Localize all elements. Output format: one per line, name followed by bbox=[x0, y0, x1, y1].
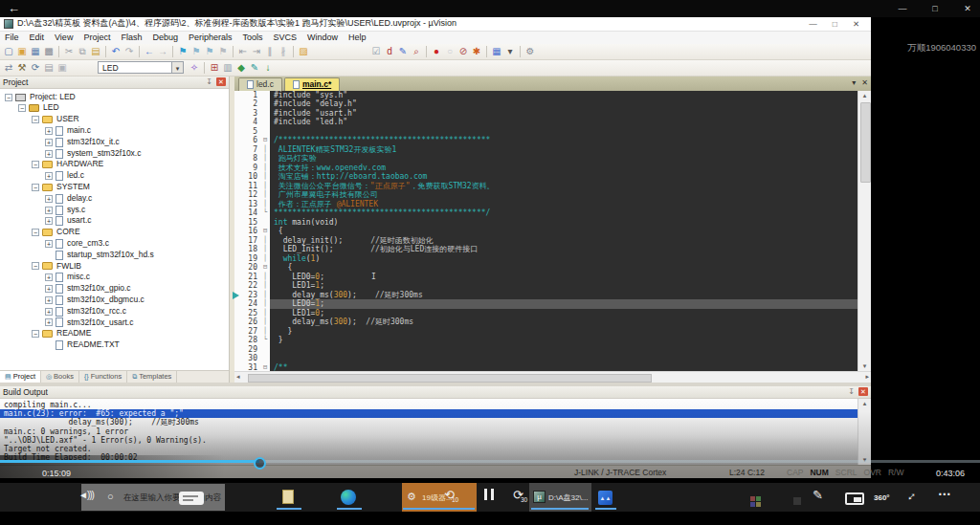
collapse-icon[interactable]: − bbox=[32, 116, 39, 123]
menu-view[interactable]: View bbox=[55, 33, 73, 42]
build-output-line[interactable]: main.c: 0 warnings, 1 error bbox=[0, 427, 858, 436]
scrollbar-thumb[interactable] bbox=[860, 102, 871, 183]
comment-icon[interactable]: ∥ bbox=[263, 45, 277, 58]
tree-item-stm32f10x_dbgmcu.c[interactable]: +stm32f10x_dbgmcu.c bbox=[0, 295, 229, 306]
code-line-22[interactable]: 22│ LED1=1; bbox=[234, 281, 858, 291]
menu-help[interactable]: Help bbox=[348, 33, 367, 42]
code-line-19[interactable]: 19│ while(1) bbox=[234, 254, 858, 264]
tree-item-led.c[interactable]: +led.c bbox=[0, 170, 229, 182]
fold-collapse-icon[interactable]: ⊟ bbox=[260, 227, 270, 236]
code-line-10[interactable]: 10│ 淘宝店铺：http://eboard.taobao.com bbox=[234, 172, 858, 182]
scroll-down-icon[interactable]: ▾ bbox=[858, 362, 871, 370]
code-line-2[interactable]: 2#include "delay.h" bbox=[234, 99, 858, 109]
bookmark-clear-icon[interactable]: ⚑ bbox=[216, 45, 230, 58]
configure-flags-icon[interactable]: ☑ bbox=[369, 45, 383, 58]
save-icon[interactable]: ▦ bbox=[29, 45, 42, 58]
translate-icon[interactable]: ⇄ bbox=[2, 61, 15, 75]
tree-item-hardware[interactable]: −HARDWARE bbox=[0, 159, 229, 170]
bookmark-next-icon[interactable]: ⚑ bbox=[203, 45, 216, 58]
menu-svcs[interactable]: SVCS bbox=[274, 33, 298, 42]
tree-item-readme[interactable]: −README bbox=[0, 328, 229, 339]
taskbar-item-document[interactable] bbox=[282, 490, 294, 504]
save-all-icon[interactable]: ▩ bbox=[42, 45, 56, 58]
expand-icon[interactable]: + bbox=[45, 172, 53, 180]
redo-icon[interactable]: ↷ bbox=[122, 45, 136, 58]
scroll-right-icon[interactable]: ▸ bbox=[865, 373, 869, 381]
code-line-5[interactable]: 5 bbox=[234, 127, 858, 137]
configure-icon[interactable]: ▨ bbox=[297, 45, 310, 58]
scroll-left-icon[interactable]: ◂ bbox=[236, 373, 240, 381]
uvision-minimize-button[interactable]: — bbox=[809, 19, 817, 29]
menu-file[interactable]: File bbox=[5, 33, 19, 42]
taskbar-item-edge[interactable] bbox=[341, 490, 356, 505]
tab-close-icon[interactable]: ✕ bbox=[861, 78, 868, 87]
panel-tab-templates[interactable]: ⧉Templates bbox=[127, 371, 177, 383]
picture-in-picture-icon[interactable] bbox=[845, 492, 864, 505]
code-line-13[interactable]: 13│ 作者：正点原子 @ALIENTEK bbox=[234, 200, 858, 209]
code-line-8[interactable]: 8│ 跑马灯实验 bbox=[234, 154, 858, 164]
more-options-icon[interactable]: ⋯ bbox=[938, 486, 951, 501]
code-line-25[interactable]: 25│ LED1=0; bbox=[234, 309, 858, 318]
editor-vertical-scrollbar[interactable]: ▴ ▾ bbox=[858, 91, 871, 371]
tree-item-stm32f10x_usart.c[interactable]: +stm32f10x_usart.c bbox=[0, 317, 229, 329]
code-line-6[interactable]: 6⊟/*************************************… bbox=[234, 136, 858, 145]
code-line-1[interactable]: 1#include "sys.h" bbox=[234, 91, 858, 100]
tree-item-readme.txt[interactable]: README.TXT bbox=[0, 339, 229, 351]
batch-build-icon[interactable]: ▤ bbox=[42, 61, 56, 75]
build-error-line[interactable]: main.c(23): error: #65: expected a ";" bbox=[0, 409, 858, 418]
collapse-icon[interactable]: − bbox=[18, 104, 26, 112]
breakpoint-brush-icon[interactable]: ✎ bbox=[396, 45, 410, 58]
code-line-4[interactable]: 4#include "led.h" bbox=[234, 118, 858, 127]
nav-back-icon[interactable]: ← bbox=[143, 45, 156, 58]
tree-item-user[interactable]: −USER bbox=[0, 114, 229, 125]
build-output-scrollbar[interactable]: ▴ ▾ bbox=[858, 399, 871, 465]
tree-item-sys.c[interactable]: +sys.c bbox=[0, 205, 229, 216]
volume-icon[interactable]: ◄))) bbox=[78, 490, 94, 500]
pack-installer-icon[interactable]: ✎ bbox=[248, 61, 261, 75]
breakpoint-disabled-icon[interactable]: ○ bbox=[443, 45, 457, 58]
code-line-18[interactable]: 18│ LED_Init(); //初始化与LED连接的硬件接口 bbox=[234, 245, 858, 254]
cut-icon[interactable]: ✂ bbox=[62, 45, 76, 58]
target-select-dropdown-icon[interactable]: ▾ bbox=[172, 61, 184, 74]
tree-item-led[interactable]: −LED bbox=[0, 102, 229, 114]
code-line-26[interactable]: 26│ delay_ms(300); //延时300ms bbox=[234, 317, 858, 327]
scroll-up-icon[interactable]: ▴ bbox=[858, 92, 871, 99]
expand-icon[interactable]: + bbox=[45, 207, 53, 214]
runtime-environment-icon[interactable]: ◆ bbox=[234, 61, 248, 75]
rotate-360-icon[interactable]: 360° bbox=[874, 493, 890, 502]
expand-icon[interactable]: + bbox=[45, 318, 53, 326]
pin-icon[interactable]: ↧ bbox=[206, 77, 212, 86]
code-line-21[interactable]: 21│ LED0=0; bbox=[234, 273, 858, 282]
menu-edit[interactable]: Edit bbox=[30, 33, 45, 42]
collapse-icon[interactable]: − bbox=[32, 184, 39, 191]
tree-item-project-led[interactable]: −Project: LED bbox=[0, 92, 229, 103]
tree-item-fwlib[interactable]: −FWLIB bbox=[0, 261, 229, 273]
progress-knob[interactable] bbox=[254, 457, 266, 470]
tree-item-delay.c[interactable]: +delay.c bbox=[0, 193, 229, 205]
editor-tab-led.c[interactable]: led.c bbox=[238, 77, 282, 91]
expand-icon[interactable]: + bbox=[45, 150, 53, 158]
code-line-15[interactable]: 15int main(void) bbox=[234, 218, 858, 228]
build-icon[interactable]: ⚒ bbox=[15, 61, 29, 75]
code-line-28[interactable]: 28└ } bbox=[234, 336, 858, 345]
build-output-line[interactable]: "..\OBJ\LED.axf" - 1 Error(s), 0 Warning… bbox=[0, 436, 858, 445]
pause-button[interactable] bbox=[484, 489, 494, 500]
code-line-27[interactable]: 27│ } bbox=[234, 327, 858, 337]
project-panel-close-icon[interactable]: ✕ bbox=[216, 77, 226, 86]
code-line-24[interactable]: 24│ LED0=1; bbox=[234, 299, 858, 309]
tools-wrench-icon[interactable]: ⚙ bbox=[523, 45, 537, 58]
tab-list-icon[interactable]: ▾ bbox=[852, 78, 856, 87]
scrollbar-thumb[interactable] bbox=[248, 374, 652, 383]
tree-item-usart.c[interactable]: +usart.c bbox=[0, 215, 229, 227]
uvision-close-button[interactable]: ✕ bbox=[853, 19, 859, 29]
expand-icon[interactable]: + bbox=[45, 127, 53, 135]
code-line-17[interactable]: 17│ delay_init(); //延时函数初始化 bbox=[234, 236, 858, 246]
manage-project-items-icon[interactable]: ⊞ bbox=[208, 61, 221, 75]
start-debug-icon[interactable]: d bbox=[383, 45, 396, 58]
code-line-23[interactable]: 23│ delay_ms(300); //延时300ms bbox=[234, 291, 858, 300]
collapse-icon[interactable]: − bbox=[32, 262, 39, 270]
tree-item-stm32f10x_rcc.c[interactable]: +stm32f10x_rcc.c bbox=[0, 306, 229, 317]
pin-icon[interactable]: ↧ bbox=[848, 387, 855, 396]
window-layout-icon[interactable]: ▦ bbox=[490, 45, 503, 58]
tree-item-core[interactable]: −CORE bbox=[0, 227, 229, 238]
